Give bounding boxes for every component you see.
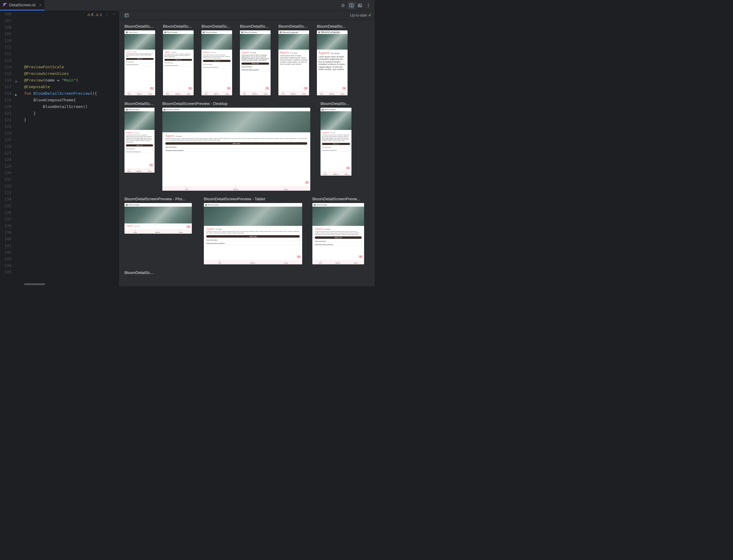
line-number-gutter: 1061071081091101111121131141151161171181… [0, 11, 14, 283]
preview-mock: BloomComposeAgave✔In stockLorem ipsum do… [279, 30, 309, 95]
check-icon: ✔ [368, 13, 371, 17]
preview-mock: BloomComposeAgave✔In stockLorem ipsum do… [313, 203, 364, 264]
svg-point-10 [368, 5, 369, 6]
code-editor-pane: ⚠6 ⚠1 ︿ ﹀ 106107108109110111112113114115… [0, 11, 120, 286]
preview-label: BloomDetailSc... [321, 101, 352, 106]
gutter-icons: ⚙▶ [14, 11, 23, 283]
tab-filename: DetailScreen.kt [9, 3, 35, 7]
preview-item[interactable]: BloomDetailSc... BloomComposeAgave✔In st… [279, 24, 309, 95]
preview-item[interactable]: BloomDetailScreenPreview - Tablet BloomC… [204, 197, 302, 264]
preview-mock: BloomComposeAgave✔In stock✎♥Home♡MyPlant… [125, 203, 192, 234]
preview-label: BloomDetailSc... [163, 24, 194, 29]
preview-mock: BloomComposeAgave✔In stockLorem ipsum do… [202, 30, 232, 95]
svg-point-11 [368, 6, 369, 7]
tab-bar: DetailScreen.kt × [0, 0, 374, 11]
preview-mock: BloomComposeAgave✔In stockLorem ipsum do… [162, 108, 310, 191]
close-icon[interactable]: × [39, 3, 42, 7]
prev-highlight-button[interactable]: ︿ [104, 12, 109, 17]
preview-item[interactable]: BloomDetailSc... BloomComposeAgave✔In st… [163, 24, 194, 95]
preview-item[interactable]: BloomDetailSc... BloomComposeAgave✔In st… [317, 24, 348, 95]
svg-rect-12 [125, 14, 128, 17]
preview-label: BloomDetailScreenPreview - Pho... [125, 197, 192, 201]
preview-mock: BloomComposeAgave✔In stockLorem ipsum do… [317, 30, 348, 95]
preview-item[interactable]: BloomDetailScreenPreview - Desktop Bloom… [162, 101, 310, 191]
preview-item[interactable]: BloomDetailSc... [125, 270, 155, 275]
preview-item[interactable]: BloomDetailSc... BloomComposeAgave✔In st… [240, 24, 271, 95]
preview-mock: BloomComposeAgave✔In stockLorem ipsum do… [321, 108, 352, 176]
preview-mock: BloomComposeAgave✔In stockLorem ipsum do… [125, 30, 155, 95]
preview-item[interactable]: BloomDetailSc... BloomComposeAgave✔In st… [125, 24, 155, 95]
more-options-button[interactable] [365, 2, 372, 9]
editor-tab[interactable]: DetailScreen.kt × [0, 0, 45, 11]
code-text[interactable]: @PreviewFontScale@PreviewScreenSizes@Pre… [23, 11, 119, 283]
compose-preview-pane: Up-to-date ✔ BloomDetailSc... BloomCompo… [120, 11, 374, 286]
preview-label: BloomDetailSc... [202, 24, 232, 29]
code-area[interactable]: 1061071081091101111121131141151161171181… [0, 11, 119, 283]
preview-grid[interactable]: BloomDetailSc... BloomComposeAgave✔In st… [120, 20, 374, 286]
preview-label: BloomDetailSc... [125, 101, 155, 106]
preview-label: BloomDetailScreenPreview - Tablet [204, 197, 302, 201]
preview-item[interactable]: BloomDetailScreenPrevie... BloomComposeA… [313, 197, 364, 264]
preview-item[interactable]: BloomDetailSc... BloomComposeAgave✔In st… [321, 101, 352, 176]
preview-status: Up-to-date [350, 13, 367, 17]
preview-label: BloomDetailSc... [125, 270, 155, 275]
next-highlight-button[interactable]: ﹀ [112, 12, 116, 17]
weak-warning-count[interactable]: ⚠6 [87, 13, 94, 17]
preview-mock: BloomComposeAgave✔In stockLorem ipsum do… [125, 108, 155, 173]
horizontal-scrollbar[interactable] [24, 283, 95, 286]
gear-icon[interactable]: ⚙ [15, 78, 17, 85]
warning-count[interactable]: ⚠1 [96, 13, 102, 17]
preview-label: BloomDetailScreenPreview - Desktop [162, 101, 310, 106]
preview-label: BloomDetailSc... [317, 24, 348, 29]
kotlin-file-icon [3, 3, 7, 7]
split-view-button[interactable] [348, 2, 356, 9]
preview-mock: BloomComposeAgave✔In stockLorem ipsum do… [163, 30, 194, 95]
design-view-button[interactable] [356, 2, 364, 9]
preview-item[interactable]: BloomDetailSc... BloomComposeAgave✔In st… [125, 101, 155, 173]
list-view-button[interactable] [339, 2, 347, 9]
preview-toolbar: Up-to-date ✔ [120, 11, 374, 20]
svg-point-9 [368, 3, 369, 4]
preview-label: BloomDetailScreenPrevie... [313, 197, 364, 201]
preview-mock: BloomComposeAgave✔In stockLorem ipsum do… [204, 203, 302, 264]
layout-toggle-button[interactable] [123, 11, 131, 19]
inspection-bar: ⚠6 ⚠1 ︿ ﹀ [87, 12, 116, 17]
preview-item[interactable]: BloomDetailScreenPreview - Pho... BloomC… [125, 197, 192, 234]
run-gutter-icon[interactable]: ▶ [15, 91, 17, 98]
preview-label: BloomDetailSc... [125, 24, 155, 29]
preview-label: BloomDetailSc... [279, 24, 309, 29]
preview-label: BloomDetailSc... [240, 24, 271, 29]
preview-mock: BloomComposeAgave✔In stockLorem ipsum do… [240, 30, 271, 95]
preview-item[interactable]: BloomDetailSc... BloomComposeAgave✔In st… [202, 24, 232, 95]
view-toolbar [339, 2, 374, 9]
